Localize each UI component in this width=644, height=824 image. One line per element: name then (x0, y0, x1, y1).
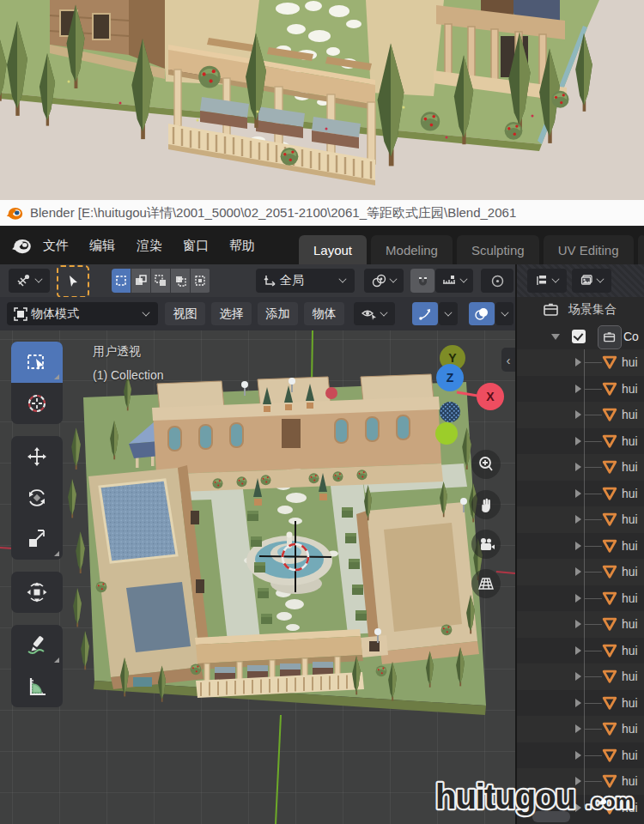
menu-view[interactable]: 视图 (165, 302, 205, 325)
expand-icon[interactable] (575, 751, 581, 760)
menu-help[interactable]: 帮助 (229, 227, 255, 264)
tree-connector (585, 729, 602, 730)
editor-type-dropdown[interactable] (9, 269, 50, 293)
menu-edit[interactable]: 编辑 (89, 227, 115, 264)
snap-target-dropdown[interactable] (435, 269, 473, 293)
tool-annotate[interactable] (11, 625, 63, 666)
chevron-down-icon (34, 275, 42, 282)
expand-icon[interactable] (575, 646, 581, 655)
overlays-dropdown[interactable] (495, 302, 513, 325)
expand-icon[interactable] (575, 489, 581, 498)
expand-icon[interactable] (575, 463, 581, 471)
outliner-row-object[interactable]: hui (517, 506, 644, 533)
transform-orientation-dropdown[interactable]: 全局 (256, 269, 355, 293)
tool-scale[interactable] (11, 518, 63, 560)
object-label: hui (622, 696, 638, 710)
visibility-dropdown[interactable] (354, 302, 395, 325)
collapse-icon[interactable] (551, 334, 560, 340)
outliner-display-mode-dropdown[interactable] (527, 269, 567, 293)
tool-move[interactable] (11, 436, 63, 477)
grid-ortho-button[interactable] (471, 569, 501, 598)
tree-connector (585, 415, 602, 415)
outliner-row-collection[interactable]: Co (517, 324, 644, 350)
menu-window[interactable]: 窗口 (183, 227, 209, 264)
tool-cursor[interactable] (11, 383, 63, 424)
pan-hand-button[interactable] (471, 490, 501, 519)
gizmo-neg-z-ball[interactable] (440, 402, 460, 422)
blender-menu-icon[interactable] (10, 234, 33, 257)
tab-modeling[interactable]: Modeling (371, 235, 453, 264)
tool-settings-header: 全局 (0, 264, 515, 298)
menu-object[interactable]: 物体 (304, 302, 344, 325)
expand-icon[interactable] (575, 385, 581, 393)
outliner-row-object[interactable]: hui (517, 585, 644, 612)
object-label: hui (622, 355, 638, 369)
menu-file[interactable]: 文件 (43, 227, 69, 264)
select-mode-extend[interactable] (131, 269, 150, 293)
expand-icon[interactable] (575, 724, 581, 733)
zoom-button[interactable] (471, 450, 501, 479)
outliner-row-object[interactable]: hui (517, 481, 644, 507)
tab-partial[interactable] (638, 235, 644, 264)
window-titlebar: Blender [E:\huitugou详情\2001_5000\02_2051… (0, 200, 644, 227)
tab-uv-editing[interactable]: UV Editing (544, 235, 634, 264)
chevron-down-icon (596, 275, 604, 282)
snap-toggle[interactable] (410, 269, 434, 293)
tool-rotate[interactable] (11, 477, 63, 518)
object-label: hui (622, 644, 638, 657)
expand-icon[interactable] (575, 620, 581, 628)
outliner-row-object[interactable]: hui (517, 690, 644, 717)
tool-select-box[interactable] (11, 342, 63, 383)
outliner-row-object[interactable]: hui (517, 376, 644, 403)
viewport-3d[interactable]: Y Z X 用户透视 (1) Collection ‹ (0, 330, 515, 824)
outliner-row-object[interactable]: hui (517, 638, 644, 664)
object-label: hui (622, 539, 638, 553)
expand-icon[interactable] (575, 410, 581, 419)
chevron-down-icon (444, 308, 452, 316)
outliner-row-object[interactable]: hui (517, 663, 644, 690)
gizmos-toggle[interactable] (412, 302, 438, 325)
pivot-point-dropdown[interactable] (364, 269, 404, 293)
tab-sculpting[interactable]: Sculpting (457, 235, 539, 264)
outliner-row-scene-collection[interactable]: 场景集合 (517, 297, 644, 324)
expand-icon[interactable] (575, 567, 581, 576)
outliner-row-object[interactable]: hui (517, 349, 644, 376)
select-mode-intersect[interactable] (191, 269, 210, 293)
camera-view-button[interactable] (471, 530, 501, 559)
expand-icon[interactable] (575, 542, 581, 550)
select-mode-subtract[interactable] (151, 269, 170, 293)
menu-select[interactable]: 选择 (211, 302, 252, 325)
gizmo-neg-y-ball[interactable] (435, 422, 458, 445)
outliner-row-object[interactable]: hui (517, 742, 644, 769)
collection-checkbox[interactable] (572, 330, 586, 343)
expand-icon[interactable] (575, 672, 581, 681)
tool-transform[interactable] (11, 572, 63, 613)
outliner-row-object[interactable]: hui (517, 454, 644, 481)
select-mode-invert[interactable] (171, 269, 190, 293)
overlays-toggle[interactable] (469, 302, 495, 325)
menu-render[interactable]: 渲染 (137, 227, 162, 264)
outliner-row-object[interactable]: hui (517, 428, 644, 455)
outliner-row-object[interactable]: hui (517, 716, 644, 742)
outliner-row-object[interactable]: hui (517, 611, 644, 638)
gizmos-dropdown[interactable] (439, 302, 458, 325)
select-mode-set[interactable] (112, 269, 131, 293)
tab-layout[interactable]: Layout (299, 235, 367, 264)
outliner-row-object[interactable]: hui (517, 559, 644, 585)
outliner-row-object[interactable]: hui (517, 533, 644, 560)
toolbar (11, 342, 63, 719)
sidebar-toggle[interactable]: ‹ (501, 348, 515, 372)
menu-add[interactable]: 添加 (258, 302, 298, 325)
expand-icon[interactable] (575, 515, 581, 524)
expand-icon[interactable] (575, 437, 581, 445)
tool-measure[interactable] (11, 666, 63, 707)
expand-icon[interactable] (575, 594, 581, 603)
expand-icon[interactable] (575, 699, 581, 707)
expand-icon[interactable] (575, 358, 581, 367)
proportional-editing-toggle[interactable] (481, 269, 513, 293)
snap-increment-icon (441, 274, 457, 288)
mode-dropdown[interactable]: 物体模式 (7, 302, 158, 325)
active-tool-indicator[interactable] (57, 265, 89, 298)
outliner-filter-dropdown[interactable] (572, 269, 611, 293)
outliner-row-object[interactable]: hui (517, 402, 644, 428)
